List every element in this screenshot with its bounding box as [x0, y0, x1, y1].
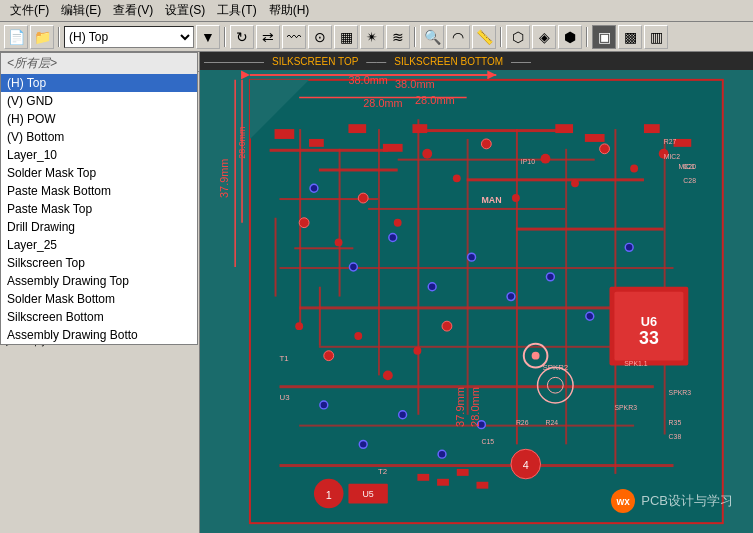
- svg-point-42: [541, 154, 551, 164]
- menu-edit[interactable]: 编辑(E): [55, 0, 107, 21]
- tool-zoom-in[interactable]: 🔍: [420, 25, 444, 49]
- svg-rect-103: [319, 287, 321, 346]
- svg-point-57: [468, 253, 476, 261]
- svg-rect-30: [516, 129, 518, 444]
- svg-rect-20: [299, 306, 644, 309]
- tool-view3[interactable]: ▥: [644, 25, 668, 49]
- tool-route[interactable]: 〰: [282, 25, 306, 49]
- svg-point-61: [625, 243, 633, 251]
- tool-component[interactable]: ▦: [334, 25, 358, 49]
- svg-text:R24: R24: [545, 419, 558, 426]
- tool-via[interactable]: ⊙: [308, 25, 332, 49]
- svg-text:MIC2: MIC2: [664, 153, 681, 160]
- tool-flip[interactable]: ⇄: [256, 25, 280, 49]
- dropdown-item-9[interactable]: Layer_25: [1, 236, 197, 254]
- topbar-right-filler: ——: [511, 56, 531, 67]
- canvas-area[interactable]: —————— SILKSCREEN TOP —— SILKSCREEN BOTT…: [200, 52, 753, 533]
- svg-point-36: [358, 193, 368, 203]
- svg-point-60: [586, 312, 594, 320]
- svg-rect-24: [279, 464, 673, 467]
- dropdown-item-1[interactable]: (V) GND: [1, 92, 197, 110]
- svg-text:38.0mm: 38.0mm: [349, 74, 388, 86]
- svg-rect-27: [378, 129, 380, 375]
- tool-3d-3[interactable]: ⬢: [558, 25, 582, 49]
- svg-text:1: 1: [326, 489, 332, 501]
- dropdown-item-3[interactable]: (V) Bottom: [1, 128, 197, 146]
- svg-point-66: [477, 421, 485, 429]
- pcb-board-svg: 38.0mm 28.0mm 37.9mm 28.0mm: [200, 70, 753, 533]
- svg-point-65: [438, 450, 446, 458]
- menu-tools[interactable]: 工具(T): [211, 0, 262, 21]
- dropdown-item-14[interactable]: Assembly Drawing Botto: [1, 326, 197, 344]
- svg-rect-91: [417, 474, 429, 481]
- layer-select[interactable]: <所有层>(H) Top(V) GND(H) POW(V) BottomLaye…: [64, 26, 194, 48]
- svg-point-45: [630, 165, 638, 173]
- menu-file[interactable]: 文件(F): [4, 0, 55, 21]
- svg-rect-94: [477, 482, 489, 489]
- svg-point-63: [359, 440, 367, 448]
- tool-star[interactable]: ✴: [360, 25, 384, 49]
- dropdown-item-0[interactable]: (H) Top: [1, 74, 197, 92]
- tool-3d-1[interactable]: ⬡: [506, 25, 530, 49]
- svg-point-43: [571, 179, 579, 187]
- topbar-silkscreen-top: SILKSCREEN TOP: [272, 56, 358, 67]
- tool-measure[interactable]: 📏: [472, 25, 496, 49]
- svg-point-54: [349, 263, 357, 271]
- layer-dropdown-btn[interactable]: ▼: [196, 25, 220, 49]
- dropdown-item-4[interactable]: Layer_10: [1, 146, 197, 164]
- svg-rect-79: [585, 134, 605, 142]
- tool-3d-2[interactable]: ◈: [532, 25, 556, 49]
- dropdown-item-5[interactable]: Solder Mask Top: [1, 164, 197, 182]
- svg-point-48: [324, 351, 334, 361]
- svg-point-40: [481, 139, 491, 149]
- svg-point-39: [453, 174, 461, 182]
- svg-point-47: [295, 322, 303, 330]
- toolbar-sep-3: [414, 27, 416, 47]
- toolbar-sep-4: [500, 27, 502, 47]
- tool-wave[interactable]: ≋: [386, 25, 410, 49]
- dropdown-item-11[interactable]: Assembly Drawing Top: [1, 272, 197, 290]
- dropdown-item-10[interactable]: Silkscreen Top: [1, 254, 197, 272]
- dropdown-item-6[interactable]: Paste Mask Bottom: [1, 182, 197, 200]
- menu-view[interactable]: 查看(V): [107, 0, 159, 21]
- svg-point-50: [383, 370, 393, 380]
- svg-rect-22: [279, 385, 653, 388]
- svg-text:R26: R26: [516, 419, 529, 426]
- svg-text:SPKR3: SPKR3: [669, 389, 692, 396]
- open-button[interactable]: 📁: [30, 25, 54, 49]
- dropdown-item-8[interactable]: Drill Drawing: [1, 218, 197, 236]
- dropdown-item-13[interactable]: Silkscreen Bottom: [1, 308, 197, 326]
- dropdown-item-12[interactable]: Solder Mask Bottom: [1, 290, 197, 308]
- new-button[interactable]: 📄: [4, 25, 28, 49]
- svg-text:C38: C38: [669, 433, 682, 440]
- svg-text:C28: C28: [683, 177, 696, 184]
- svg-point-56: [428, 283, 436, 291]
- svg-rect-74: [309, 139, 324, 147]
- svg-rect-14: [417, 129, 565, 132]
- svg-rect-101: [275, 218, 277, 297]
- svg-rect-26: [339, 149, 341, 297]
- menu-bar: 文件(F) 编辑(E) 查看(V) 设置(S) 工具(T) 帮助(H): [0, 0, 753, 22]
- tool-rotate[interactable]: ↻: [230, 25, 254, 49]
- dropdown-header[interactable]: <所有层>: [1, 53, 197, 74]
- svg-text:IP10: IP10: [521, 158, 535, 165]
- menu-settings[interactable]: 设置(S): [159, 0, 211, 21]
- menu-help[interactable]: 帮助(H): [263, 0, 316, 21]
- dropdown-item-7[interactable]: Paste Mask Top: [1, 200, 197, 218]
- svg-point-58: [507, 293, 515, 301]
- svg-point-62: [320, 401, 328, 409]
- layer-dropdown-list[interactable]: <所有层> (H) Top (V) GND (H) POW (V) Bottom…: [0, 52, 198, 345]
- svg-text:4: 4: [523, 459, 529, 471]
- svg-rect-102: [294, 247, 353, 249]
- toolbar-sep-5: [586, 27, 588, 47]
- svg-text:T1: T1: [279, 354, 288, 363]
- svg-rect-23: [299, 425, 634, 427]
- tool-arc[interactable]: ◠: [446, 25, 470, 49]
- svg-point-38: [422, 149, 432, 159]
- tool-view2[interactable]: ▩: [618, 25, 642, 49]
- watermark-text: PCB设计与学习: [641, 492, 733, 510]
- svg-text:33: 33: [639, 328, 659, 348]
- svg-rect-77: [412, 124, 427, 133]
- dropdown-item-2[interactable]: (H) POW: [1, 110, 197, 128]
- tool-view1[interactable]: ▣: [592, 25, 616, 49]
